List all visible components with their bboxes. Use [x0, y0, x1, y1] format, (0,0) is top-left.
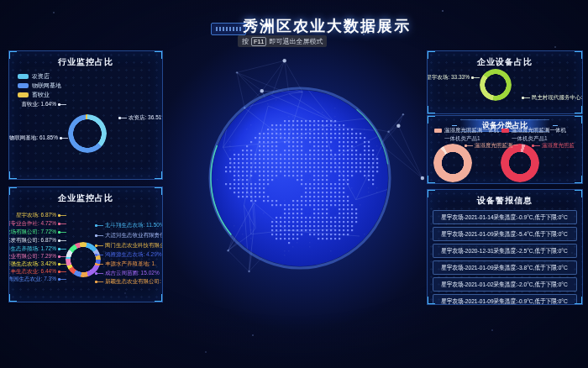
legend-item: 温湿度光照监测一体机	[434, 126, 499, 134]
chart-callout-label: 农资店: 36.51%	[118, 114, 163, 122]
legend-group[interactable]: 温湿度光照监测一体机 一体机类产品1	[434, 126, 499, 143]
panel-title: 设备警报信息	[428, 195, 582, 207]
callout-leader-line	[62, 138, 68, 139]
callout-text: 秀洲葡萄专业合作社: 4.72%	[8, 220, 58, 228]
alarm-text: 星宇农场-2021-01-09采集温度:-0.9°C,低于下限:0°C	[442, 297, 569, 306]
legend-label: 农资店	[32, 72, 50, 81]
callout-leader-line	[97, 235, 103, 236]
legend-swatch-icon	[18, 92, 29, 97]
callout-leader-line	[467, 145, 473, 146]
callout-text: 国兴发有限公司: 6.87%	[8, 237, 58, 244]
legend-item[interactable]: 物联网基地	[18, 81, 61, 90]
panel-industry-monitor-ratio: 行业监控占比 农资店物联网基地畜牧业 畜牧业: 1.64%农资店: 36.51%…	[8, 50, 163, 180]
alarm-row[interactable]: 星宇农场-2021-01-14采集温度:-0.9°C,低于下限:0°C	[433, 210, 577, 224]
chart-callout-label: 星宇农场: 33.33%	[427, 74, 480, 81]
legend-label: 畜牧业	[32, 91, 50, 99]
panel-enterprise-device-ratio: 企业设备占比 星宇农场: 33.33%民主村现代服务中心:	[427, 50, 583, 114]
alarm-text: 星宇农场-2020-12-31采集温度:-2.5°C,低于下限:0°C	[442, 247, 569, 255]
callout-text: 星宇农场: 6.87%	[14, 212, 58, 219]
panel-title: 企业设备占比	[428, 56, 582, 68]
legend-swatch-icon	[18, 74, 29, 79]
chart-callout-label: 物联网基地: 61.85%	[8, 134, 68, 142]
callout-text: 民主村现代服务中心:	[530, 94, 583, 102]
chart-callout-label: 鸿雁源生态农场: 4.29%	[95, 251, 163, 259]
industry-donut-chart[interactable]	[68, 114, 107, 153]
chart-callout-label: 北斗翔生态农场: 11.50%	[95, 222, 163, 229]
callout-leader-line	[97, 273, 103, 274]
callout-text: 陶门生态农业科技有限公	[103, 242, 163, 250]
callout-leader-line	[60, 279, 66, 280]
callout-leader-line	[534, 145, 540, 146]
callout-leader-line	[474, 77, 480, 78]
chart-callout-label: 中弘农业有限公司: 7.29%	[8, 253, 66, 260]
chart-callout-label: 秀洲葡萄专业合作社: 4.72%	[8, 220, 66, 228]
panel-title: 企业监控占比	[9, 192, 162, 204]
chart-callout-label: 民主村现代服务中心:	[522, 94, 583, 102]
alarm-row[interactable]: 星宇农场-2021-01-09采集温度:-5.4°C,低于下限:0°C	[433, 227, 577, 241]
chart-callout-label: 温湿度光照监	[532, 142, 576, 150]
chart-callout-label: 大运河生态牧业有限责任公	[95, 232, 163, 239]
alarm-row[interactable]: 星宇农场-2021-01-09采集温度:-0.9°C,低于下限:0°C	[433, 294, 577, 305]
chart-callout-label: 国兴发有限公司: 6.87%	[8, 237, 66, 244]
callout-text: 温湿度光照监测一	[473, 142, 520, 150]
dashboard: 秀洲区农业大数据展示 按 F11 即可退出全屏模式 行业监控占比 农资店物联网基…	[0, 0, 588, 368]
callout-leader-line	[97, 255, 103, 255]
callout-text: 红海园生态农业: 7.3%	[8, 276, 58, 283]
chart-callout-label: 红丰生态农业: 6.44%	[8, 268, 66, 276]
panel-title: 行业监控占比	[9, 56, 162, 68]
callout-leader-line	[60, 240, 66, 241]
callout-text: 畜牧业: 1.64%	[19, 101, 58, 108]
chart-callout-label: 成吉云周苗圃: 15.02%	[95, 270, 161, 277]
chart-callout-label: 丰源水产养殖基地: 1.	[95, 260, 158, 268]
chart-callout-label: 家绿农场有限公司: 7.72%	[8, 229, 66, 236]
callout-text: 红丰生态农业: 6.44%	[8, 268, 58, 276]
legend-group[interactable]: 温湿度光照监测一体机 一体机类产品1	[501, 126, 566, 143]
callout-text: 北斗翔生态农场: 11.50%	[103, 222, 163, 229]
background-sparkles	[0, 0, 2, 2]
alarm-text: 星宇农场-2021-01-02采集温度:-2.0°C,低于下限:0°C	[442, 281, 569, 289]
legend-item[interactable]: 农资店	[18, 71, 61, 81]
legend-item: 温湿度光照监测一体机	[501, 126, 566, 134]
chart-legend: 农资店物联网基地畜牧业	[18, 71, 61, 99]
callout-leader-line	[60, 271, 66, 272]
legend-item[interactable]: 畜牧业	[18, 90, 61, 99]
legend-swatch-icon	[434, 129, 442, 133]
enterprise-device-donut-chart[interactable]	[480, 69, 512, 101]
alarm-row[interactable]: 星宇农场-2021-01-02采集温度:-2.0°C,低于下限:0°C	[433, 277, 577, 292]
callout-leader-line	[60, 223, 66, 224]
callout-leader-line	[60, 232, 66, 233]
callout-text: 农资店: 36.51%	[127, 114, 163, 122]
alarm-row[interactable]: 星宇农场-2021-01-09采集温度:-3.8°C,低于下限:0°C	[433, 260, 577, 275]
chart-callout-label: 李强生态农场: 3.42%	[8, 260, 66, 268]
logo-mark-icon	[216, 27, 241, 31]
legend-label: 物联网基地	[32, 81, 61, 90]
callout-leader-line	[60, 249, 66, 250]
callout-leader-line	[97, 264, 103, 265]
callout-leader-line	[524, 97, 530, 98]
legend-swatch-icon	[501, 129, 509, 133]
callout-text: 鸿雁源生态农场: 4.29%	[103, 251, 163, 259]
legend-swatch-icon	[18, 83, 29, 88]
callout-text: 家绿农场有限公司: 7.72%	[8, 229, 58, 236]
callout-text: 温湿度光照监	[540, 142, 576, 150]
callout-text: 成吉云周苗圃: 15.02%	[103, 270, 161, 277]
callout-leader-line	[97, 225, 103, 226]
alarm-text: 星宇农场-2021-01-09采集温度:-3.8°C,低于下限:0°C	[442, 264, 569, 272]
callout-leader-line	[97, 245, 103, 246]
tip-prefix: 按	[242, 37, 249, 46]
callout-leader-line	[60, 104, 66, 105]
callout-text: 星宇农场: 33.33%	[427, 74, 471, 81]
alarm-list: 星宇农场-2021-01-14采集温度:-0.9°C,低于下限:0°C星宇农场-…	[428, 210, 582, 305]
callout-leader-line	[121, 118, 127, 118]
callout-text: 中弘农业有限公司: 7.29%	[8, 253, 58, 260]
alarm-row[interactable]: 星宇农场-2020-12-31采集温度:-2.5°C,低于下限:0°C	[433, 244, 577, 258]
callout-leader-line	[60, 264, 66, 265]
alarm-text: 星宇农场-2021-01-14采集温度:-0.9°C,低于下限:0°C	[442, 213, 569, 222]
tip-suffix: 即可退出全屏模式	[269, 37, 323, 46]
chart-callout-label: 星宇农场: 6.87%	[14, 212, 66, 219]
globe-canvas	[165, 44, 434, 313]
f11-key: F11	[251, 37, 266, 46]
chart-callout-label: 红海园生态农业: 7.3%	[8, 276, 66, 283]
panel-enterprise-monitor-ratio: 企业监控占比 星宇农场: 6.87%秀洲葡萄专业合作社: 4.72%家绿农场有限…	[8, 187, 163, 302]
panel-device-alarm-info: 设备警报信息 星宇农场-2021-01-14采集温度:-0.9°C,低于下限:0…	[427, 189, 583, 305]
